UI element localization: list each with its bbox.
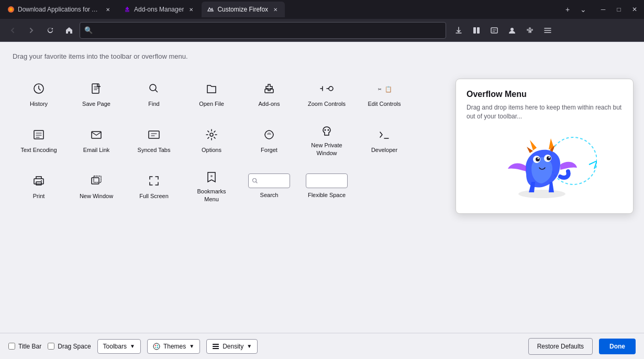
themes-palette-icon	[153, 343, 160, 350]
page-instruction: Drag your favorite items into the toolba…	[13, 52, 631, 60]
tab-dropdown-button[interactable]: ⌄	[576, 2, 591, 17]
density-label: Density	[223, 343, 243, 350]
toolbar-item-options[interactable]: Options	[185, 119, 238, 161]
overflow-mascot-area	[467, 129, 623, 203]
svg-rect-2	[125, 9, 129, 12]
toolbar-item-forget[interactable]: Forget	[243, 119, 295, 161]
drag-space-checkbox[interactable]	[48, 343, 54, 350]
tab-addons-close[interactable]: ✕	[187, 5, 195, 14]
toolbar-item-history[interactable]: History	[13, 73, 65, 115]
zoom-controls-label: Zoom Controls	[308, 100, 346, 107]
svg-point-19	[328, 129, 329, 130]
new-tab-button[interactable]: +	[560, 2, 575, 17]
tab-customize[interactable]: Customize Firefox ✕	[202, 2, 285, 17]
main-content: Drag your favorite items into the toolba…	[0, 42, 644, 333]
mascot-svg	[492, 132, 597, 200]
history-label: History	[30, 100, 48, 107]
forward-button[interactable]	[23, 22, 40, 39]
menu-button[interactable]	[539, 22, 556, 39]
toolbar-item-email-link[interactable]: Email Link	[70, 119, 123, 161]
addons-label: Add-ons	[259, 100, 280, 107]
density-icon	[212, 343, 219, 350]
toolbar-item-text-encoding[interactable]: Text Encoding	[13, 119, 65, 161]
back-button[interactable]	[4, 22, 21, 39]
done-button[interactable]: Done	[599, 339, 636, 354]
title-bar-label: Title Bar	[18, 343, 41, 350]
toolbar-item-zoom[interactable]: Zoom Controls	[301, 73, 353, 115]
bookmarks-menu-label: Bookmarks Menu	[190, 188, 234, 203]
bookmarks-menu-icon	[203, 169, 220, 184]
density-chevron-icon: ▼	[247, 343, 252, 349]
extensions-button[interactable]	[521, 22, 538, 39]
tab-download-close[interactable]: ✕	[104, 5, 112, 14]
svg-rect-14	[34, 130, 43, 139]
title-bar-checkbox[interactable]	[8, 343, 15, 350]
tab-download[interactable]: Download Applications for An... ✕	[2, 2, 117, 17]
toolbar-item-open-file[interactable]: Open File	[185, 73, 238, 115]
title-bar-checkbox-item[interactable]: Title Bar	[8, 343, 41, 350]
svg-point-36	[154, 344, 156, 346]
minimize-button[interactable]: ─	[596, 2, 610, 17]
synced-tabs-label: Synced Tabs	[138, 146, 171, 154]
maximize-button[interactable]: □	[612, 2, 626, 17]
profile-button[interactable]	[504, 22, 520, 39]
email-link-icon	[88, 126, 105, 143]
svg-point-17	[210, 133, 213, 136]
svg-point-28	[518, 190, 565, 198]
save-page-label: Save Page	[82, 100, 110, 107]
forget-icon	[261, 126, 277, 143]
toolbar-item-find[interactable]: Find	[128, 73, 180, 115]
tab-addons-icon	[124, 6, 131, 13]
toolbar-item-flexible-space[interactable]: Flexible Space	[301, 165, 353, 207]
svg-point-1	[9, 8, 13, 11]
toolbar-item-full-screen[interactable]: Full Screen	[128, 165, 180, 207]
address-input[interactable]	[95, 26, 441, 34]
full-screen-label: Full Screen	[139, 192, 169, 200]
toolbar-item-save-page[interactable]: Save Page	[70, 73, 123, 115]
address-bar[interactable]: 🔍	[80, 22, 446, 39]
toolbar-item-synced-tabs[interactable]: Synced Tabs	[128, 119, 180, 161]
history-icon	[30, 80, 47, 97]
toolbar-item-edit[interactable]: ✂ 📋 📄 Edit Controls	[358, 73, 410, 115]
reload-button[interactable]	[42, 22, 59, 39]
toolbar-item-search[interactable]: Search	[243, 165, 295, 207]
svg-rect-23	[92, 178, 99, 184]
toolbars-dropdown[interactable]: Toolbars ▼	[97, 339, 141, 354]
toolbar-item-addons[interactable]: Add-ons	[243, 73, 295, 115]
forget-label: Forget	[261, 146, 277, 154]
address-search-icon: 🔍	[84, 26, 93, 34]
home-button[interactable]	[61, 22, 77, 39]
toolbar-item-bookmarks-menu[interactable]: Bookmarks Menu	[185, 165, 238, 207]
density-dropdown[interactable]: Density ▼	[206, 339, 258, 354]
downloads-button[interactable]	[450, 22, 467, 39]
close-button[interactable]: ✕	[627, 2, 642, 17]
toolbar-item-print[interactable]: Print	[13, 165, 65, 207]
new-window-icon	[88, 172, 105, 189]
svg-point-25	[210, 175, 213, 177]
find-label: Find	[148, 100, 159, 107]
text-encoding-label: Text Encoding	[20, 146, 57, 154]
svg-rect-40	[213, 344, 219, 345]
edit-controls-label: Edit Controls	[368, 100, 401, 107]
synced-tabs-button[interactable]	[486, 22, 503, 39]
flexible-space-label: Flexible Space	[308, 191, 346, 199]
toolbar-item-new-window[interactable]: New Window	[70, 165, 123, 207]
tab-customize-icon	[207, 6, 214, 13]
tab-firefox-icon	[7, 6, 15, 13]
restore-defaults-button[interactable]: Restore Defaults	[528, 338, 593, 355]
svg-rect-24	[94, 176, 101, 182]
tab-customize-close[interactable]: ✕	[271, 5, 280, 14]
bookmarks-toolbar-button[interactable]	[468, 22, 485, 39]
window-controls: ─ □ ✕	[596, 2, 642, 17]
svg-point-35	[153, 343, 160, 350]
toolbar-item-developer[interactable]: Developer	[358, 119, 410, 161]
toolbar-item-new-private-window[interactable]: New Private Window	[301, 119, 353, 161]
tab-addons[interactable]: Add-ons Manager ✕	[118, 2, 201, 17]
svg-point-12	[329, 86, 333, 91]
themes-chevron-icon: ▼	[189, 343, 194, 349]
themes-dropdown[interactable]: Themes ▼	[147, 339, 200, 354]
open-file-icon	[203, 80, 220, 97]
drag-space-checkbox-item[interactable]: Drag Space	[48, 343, 91, 350]
svg-point-39	[154, 346, 156, 348]
svg-point-38	[157, 346, 158, 348]
